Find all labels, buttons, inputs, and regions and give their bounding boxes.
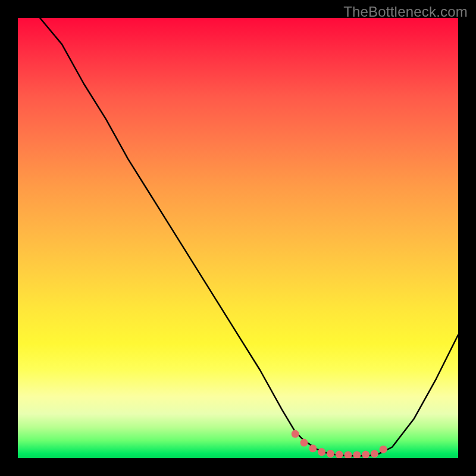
chart-frame: TheBottleneck.com (0, 0, 476, 476)
watermark-text: TheBottleneck.com (343, 4, 468, 20)
plot-area (18, 18, 458, 458)
gradient-background (18, 18, 458, 458)
